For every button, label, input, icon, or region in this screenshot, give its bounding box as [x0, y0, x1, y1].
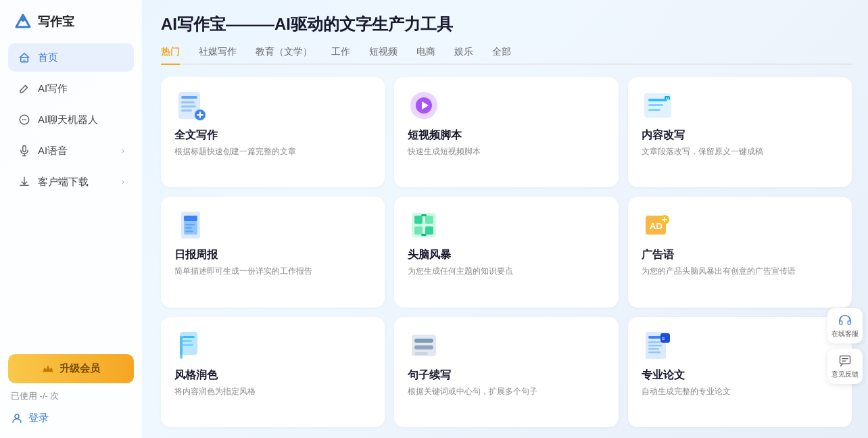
svg-rect-15: [181, 105, 196, 107]
svg-rect-16: [181, 110, 192, 112]
short-video-icon: [408, 89, 440, 122]
card-short-video[interactable]: 短视频脚本 快速生成短视频脚本: [394, 77, 618, 187]
svg-rect-47: [183, 344, 193, 346]
sidebar-item-ai-voice-label: AI语音: [38, 145, 68, 157]
sidebar-bottom: 升级会员 已使用 -/- 次 登录: [0, 346, 142, 438]
floating-actions: 在线客服 意见反馈: [827, 308, 868, 384]
online-service-button[interactable]: 在线客服: [827, 308, 863, 343]
card-short-video-desc: 快速生成短视频脚本: [408, 145, 604, 157]
logo-text: 写作宝: [38, 14, 74, 30]
upgrade-label: 升级会员: [59, 362, 100, 375]
cards-grid: 全文写作 根据标题快速创建一篇完整的文章 短视频脚本 快速生成短视频脚本 AI: [161, 77, 852, 427]
svg-rect-58: [648, 351, 660, 354]
upgrade-button[interactable]: 升级会员: [8, 354, 134, 383]
svg-text:AD: AD: [650, 221, 662, 231]
card-brainstorm-desc: 为您生成任何主题的知识要点: [408, 265, 604, 277]
svg-point-6: [24, 119, 25, 120]
tab-video[interactable]: 短视频: [369, 46, 397, 65]
home-icon: [18, 51, 31, 64]
tab-ent[interactable]: 娱乐: [454, 46, 473, 65]
category-tabs: 热门 社媒写作 教育（文学） 工作 短视频 电商 娱乐 全部: [161, 46, 852, 65]
card-brainstorm[interactable]: 头脑风暴 为您生成任何主题的知识要点: [394, 197, 618, 307]
svg-text:AI: AI: [665, 97, 669, 101]
svg-rect-57: [648, 348, 659, 350]
sidebar-item-ai-voice[interactable]: AI语音 ›: [8, 137, 134, 165]
chat-icon: [18, 113, 31, 126]
sidebar-item-home[interactable]: 首页: [8, 43, 134, 72]
tab-hot[interactable]: 热门: [161, 46, 180, 65]
headset-icon: [838, 314, 852, 327]
brainstorm-icon: [408, 209, 440, 241]
login-label: 登录: [28, 412, 49, 424]
login-link[interactable]: 登录: [8, 409, 134, 427]
full-write-icon: [174, 89, 207, 122]
svg-rect-31: [185, 227, 192, 229]
card-short-video-title: 短视频脚本: [408, 128, 604, 143]
svg-rect-45: [183, 336, 195, 338]
user-icon: [11, 412, 23, 424]
sidebar: 写作宝 首页 AI写作 AI聊天机器人 AI: [0, 0, 142, 438]
tab-edu[interactable]: 教育（文学）: [256, 46, 312, 65]
feedback-button[interactable]: 意见反馈: [827, 349, 863, 384]
download-icon: [18, 175, 31, 189]
svg-rect-22: [648, 99, 667, 101]
card-rewrite-title: 内容改写: [642, 128, 838, 143]
svg-point-7: [25, 119, 26, 120]
card-ad-copy-title: 广告语: [642, 248, 838, 262]
main-content: AI写作宝———AI驱动的文字生产力工具 热门 社媒写作 教育（文学） 工作 短…: [142, 0, 868, 438]
card-rewrite[interactable]: AI 内容改写 文章段落改写，保留原义一键成稿: [628, 77, 852, 187]
tab-work[interactable]: 工作: [331, 46, 350, 65]
card-daily-report-title: 日报周报: [174, 248, 371, 262]
svg-rect-36: [414, 226, 423, 235]
sidebar-item-ai-chat[interactable]: AI聊天机器人: [8, 105, 134, 134]
svg-rect-38: [421, 214, 427, 216]
feedback-icon: [838, 354, 852, 368]
card-full-write[interactable]: 全文写作 根据标题快速创建一篇完整的文章: [161, 77, 385, 187]
svg-rect-23: [648, 104, 663, 106]
card-ad-copy-desc: 为您的产品头脑风暴出有创意的广告宣传语: [642, 265, 838, 277]
svg-rect-13: [181, 96, 197, 99]
svg-rect-8: [23, 146, 26, 152]
svg-rect-48: [180, 336, 183, 359]
sidebar-item-download[interactable]: 客户端下载 ›: [8, 168, 134, 196]
svg-rect-61: [840, 356, 850, 364]
style-polish-icon: [174, 329, 207, 362]
logo-icon: [14, 12, 32, 31]
logo-area: 写作宝: [0, 0, 142, 43]
card-sentence-cont-title: 句子续写: [408, 368, 604, 383]
card-ad-copy[interactable]: AD 广告语 为您的产品头脑风暴出有创意的广告宣传语: [628, 197, 852, 307]
svg-rect-29: [184, 216, 197, 221]
svg-point-5: [22, 119, 24, 120]
card-rewrite-desc: 文章段落改写，保留原义一键成稿: [642, 145, 838, 157]
card-sentence-cont[interactable]: 句子续写 根据关键词或中心句，扩展多个句子: [394, 317, 618, 427]
card-sentence-cont-desc: 根据关键词或中心句，扩展多个句子: [408, 385, 604, 397]
tab-all[interactable]: 全部: [492, 46, 511, 65]
svg-rect-24: [648, 109, 660, 111]
svg-rect-35: [425, 216, 433, 224]
pen-icon: [18, 82, 31, 95]
svg-rect-51: [414, 345, 433, 349]
sidebar-item-ai-write[interactable]: AI写作: [8, 74, 134, 103]
svg-rect-55: [648, 341, 660, 343]
card-thesis-title: 专业论文: [642, 368, 838, 383]
card-style-polish[interactable]: 风格润色 将内容润色为指定风格: [161, 317, 385, 427]
tab-social[interactable]: 社媒写作: [199, 46, 237, 65]
feedback-label: 意见反馈: [831, 370, 859, 379]
svg-rect-34: [414, 216, 423, 224]
svg-rect-3: [23, 59, 26, 62]
thesis-icon: ≡: [642, 329, 674, 362]
sidebar-item-ai-chat-label: AI聊天机器人: [38, 114, 98, 126]
card-full-write-title: 全文写作: [174, 128, 371, 143]
card-daily-report[interactable]: 日报周报 简单描述即可生成一份详实的工作报告: [161, 197, 385, 307]
sidebar-nav: 首页 AI写作 AI聊天机器人 AI语音 ›: [0, 43, 142, 346]
tab-ecom[interactable]: 电商: [416, 46, 435, 65]
card-thesis[interactable]: ≡ 专业论文 自动生成完整的专业论文: [628, 317, 852, 427]
sidebar-item-ai-write-label: AI写作: [38, 82, 68, 95]
svg-text:≡: ≡: [662, 336, 665, 342]
sidebar-item-home-label: 首页: [38, 51, 58, 64]
svg-rect-14: [181, 101, 195, 103]
sidebar-item-download-label: 客户端下载: [38, 176, 89, 189]
page-title: AI写作宝———AI驱动的文字生产力工具: [161, 14, 852, 35]
online-service-label: 在线客服: [831, 329, 859, 339]
svg-rect-52: [414, 352, 428, 355]
